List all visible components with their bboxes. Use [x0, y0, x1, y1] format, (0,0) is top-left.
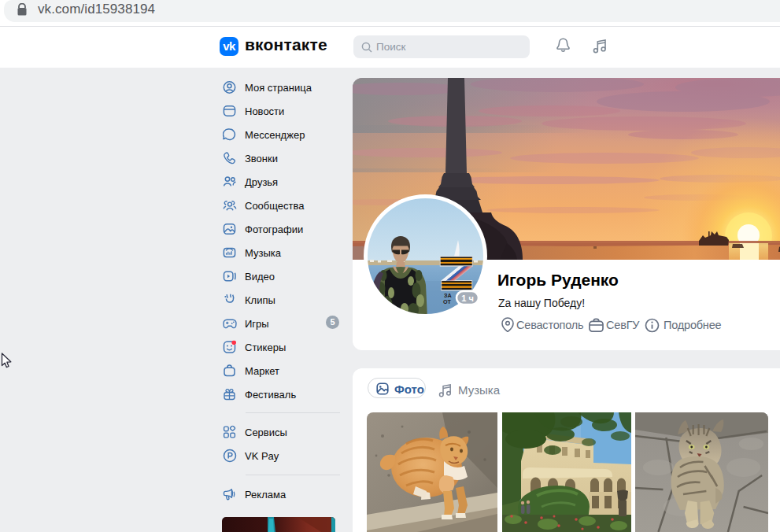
svg-text:1 ч: 1 ч — [461, 294, 474, 303]
svg-text:ОТ: ОТ — [443, 298, 452, 305]
